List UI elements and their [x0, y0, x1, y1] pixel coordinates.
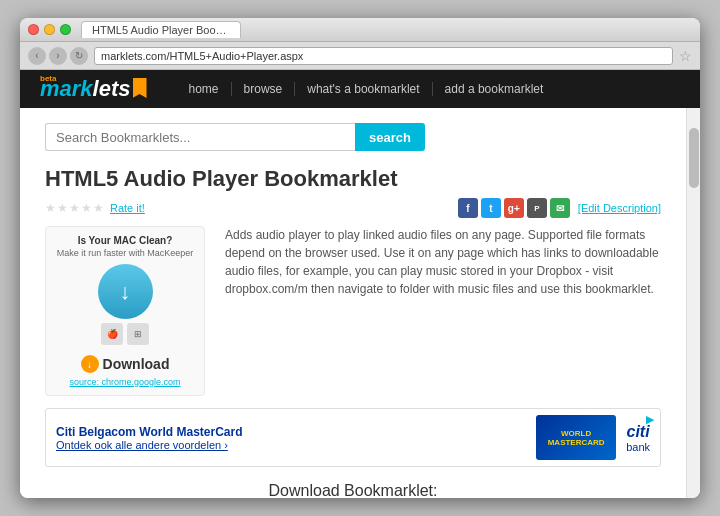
content-area: search HTML5 Audio Player Bookmarklet ★ … — [20, 108, 686, 498]
twitter-share-icon[interactable]: t — [481, 198, 501, 218]
maximize-button[interactable] — [60, 24, 71, 35]
search-input[interactable] — [45, 123, 355, 151]
ad-banner-image: WORLDMASTERCARD — [536, 415, 616, 460]
star-rating: ★ ★ ★ ★ ★ — [45, 201, 104, 215]
nav-home[interactable]: home — [177, 82, 232, 96]
forward-button[interactable]: › — [49, 47, 67, 65]
edit-description-link[interactable]: [Edit Description] — [578, 202, 661, 214]
address-bar: ‹ › ↻ ☆ — [20, 42, 700, 70]
pinterest-share-icon[interactable]: P — [527, 198, 547, 218]
tab-area: HTML5 Audio Player Bookm... — [71, 21, 692, 38]
beta-label: beta — [40, 74, 56, 83]
stars-row: ★ ★ ★ ★ ★ Rate it! — [45, 201, 145, 215]
citi-bank-logo: citi bank — [626, 423, 650, 453]
ad-banner-sub-link[interactable]: Ontdek ook alle andere voordelen › — [56, 439, 526, 451]
scrollbar[interactable] — [686, 108, 700, 498]
ad-banner: ▶ Citi Belgacom World MasterCard Ontdek … — [45, 408, 661, 467]
rate-link[interactable]: Rate it! — [110, 202, 145, 214]
download-label: Download — [103, 356, 170, 372]
browser-tab[interactable]: HTML5 Audio Player Bookm... — [81, 21, 241, 38]
download-orange-icon: ↓ — [81, 355, 99, 373]
url-bar[interactable] — [94, 47, 673, 65]
back-button[interactable]: ‹ — [28, 47, 46, 65]
description-text: Adds audio player to play linked audio f… — [225, 226, 661, 298]
logo-area: beta marklets — [40, 76, 147, 102]
description-column: Adds audio player to play linked audio f… — [225, 226, 661, 396]
ad-subtitle: Make it run faster with MacKeeper — [57, 248, 194, 258]
logo-bookmark-icon — [133, 78, 147, 98]
window-buttons — [28, 24, 71, 35]
search-row: search — [45, 123, 661, 151]
two-column-layout: Is Your MAC Clean? Make it run faster wi… — [45, 226, 661, 396]
minimize-button[interactable] — [44, 24, 55, 35]
social-icons: f t g+ P ✉ — [458, 198, 570, 218]
search-button[interactable]: search — [355, 123, 425, 151]
platform-icon-2: ⊞ — [127, 323, 149, 345]
site-navigation: beta marklets home browse what's a bookm… — [20, 70, 700, 108]
googleplus-share-icon[interactable]: g+ — [504, 198, 524, 218]
ad-banner-text: Citi Belgacom World MasterCard Ontdek oo… — [56, 425, 526, 451]
title-bar: HTML5 Audio Player Bookm... — [20, 18, 700, 42]
ad-banner-title: Citi Belgacom World MasterCard — [56, 425, 526, 439]
download-arrow-icon: ↓ — [120, 279, 131, 305]
page-title: HTML5 Audio Player Bookmarklet — [45, 166, 661, 192]
ad-title: Is Your MAC Clean? — [78, 235, 173, 246]
bookmark-star-icon[interactable]: ☆ — [679, 48, 692, 64]
download-circle-icon[interactable]: ↓ — [98, 264, 153, 319]
nav-browse[interactable]: browse — [232, 82, 296, 96]
refresh-button[interactable]: ↻ — [70, 47, 88, 65]
platform-icons: 🍎 ⊞ — [101, 323, 149, 345]
mac-icon: 🍎 — [101, 323, 123, 345]
main-content: search HTML5 Audio Player Bookmarklet ★ … — [20, 108, 700, 498]
close-button[interactable] — [28, 24, 39, 35]
browser-window: HTML5 Audio Player Bookm... ‹ › ↻ ☆ beta… — [20, 18, 700, 498]
download-btn-row[interactable]: ↓ Download — [81, 355, 170, 373]
download-section-title: Download Bookmarklet: — [45, 482, 661, 498]
nav-links: home browse what's a bookmarklet add a b… — [177, 82, 556, 96]
download-icon-wrapper: ↓ 🍎 ⊞ — [98, 264, 153, 351]
facebook-share-icon[interactable]: f — [458, 198, 478, 218]
scroll-thumb[interactable] — [689, 128, 699, 188]
meta-row: ★ ★ ★ ★ ★ Rate it! f t g+ P ✉ — [45, 198, 661, 218]
nav-whats-bookmarklet[interactable]: what's a bookmarklet — [295, 82, 432, 96]
logo-lets: lets — [93, 76, 131, 102]
ad-source-link[interactable]: source: chrome.google.com — [69, 377, 180, 387]
nav-buttons: ‹ › ↻ — [28, 47, 88, 65]
ad-banner-arrow-icon: ▶ — [646, 413, 654, 426]
nav-add-bookmarklet[interactable]: add a bookmarklet — [433, 82, 556, 96]
email-share-icon[interactable]: ✉ — [550, 198, 570, 218]
ad-column: Is Your MAC Clean? Make it run faster wi… — [45, 226, 205, 396]
download-section: Download Bookmarklet: (How do I add this… — [45, 482, 661, 498]
